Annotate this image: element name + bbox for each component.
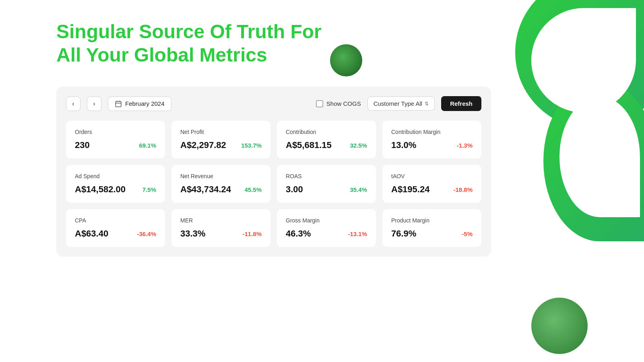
- metrics-grid: Orders23069.1%Net ProfitA$2,297.82153.7%…: [66, 121, 481, 247]
- metric-change: 153.7%: [241, 142, 262, 149]
- metric-label: ROAS: [286, 173, 367, 179]
- metric-row: A$2,297.82153.7%: [180, 140, 262, 150]
- metric-value: A$14,582.00: [75, 184, 126, 195]
- show-cogs-checkbox[interactable]: [316, 100, 323, 107]
- refresh-button[interactable]: Refresh: [441, 96, 481, 111]
- next-month-button[interactable]: ›: [87, 97, 101, 111]
- metric-value: A$195.24: [391, 184, 429, 195]
- metric-row: 23069.1%: [75, 140, 156, 150]
- metric-card: MER33.3%-11.8%: [171, 209, 270, 247]
- metric-row: A$14,582.007.5%: [75, 184, 156, 195]
- hero-title-line1: Singular Source Of Truth For: [56, 21, 322, 42]
- metric-row: A$195.24-18.8%: [391, 184, 473, 195]
- prev-icon: ‹: [72, 100, 74, 107]
- date-picker[interactable]: February 2024: [108, 97, 171, 111]
- metric-value: 46.3%: [286, 228, 311, 239]
- metric-row: A$43,734.2445.5%: [180, 184, 262, 195]
- svg-rect-0: [116, 101, 121, 107]
- metric-card: CPAA$63.40-36.4%: [66, 209, 165, 247]
- metric-row: 3.0035.4%: [286, 184, 367, 195]
- metric-value: 3.00: [286, 184, 303, 195]
- metric-label: Orders: [75, 129, 156, 135]
- metric-value: A$5,681.15: [286, 140, 332, 150]
- metric-change: 7.5%: [142, 186, 156, 193]
- metric-row: 46.3%-13.1%: [286, 228, 367, 239]
- metric-label: CPA: [75, 217, 156, 224]
- metric-row: A$5,681.1532.5%: [286, 140, 367, 150]
- dashboard: ‹ › February 2024 Show COGS Customer: [56, 86, 491, 257]
- metric-value: 33.3%: [180, 228, 205, 239]
- next-icon: ›: [93, 100, 95, 107]
- metric-label: Contribution Margin: [391, 129, 473, 135]
- metric-value: 230: [75, 140, 90, 150]
- calendar-icon: [115, 100, 122, 107]
- toolbar: ‹ › February 2024 Show COGS Customer: [66, 96, 481, 111]
- metric-change: -1.3%: [457, 142, 473, 149]
- metric-label: MER: [180, 217, 262, 224]
- show-cogs-label[interactable]: Show COGS: [316, 100, 361, 107]
- metric-change: 32.5%: [350, 142, 367, 149]
- metric-card: Ad SpendA$14,582.007.5%: [66, 165, 165, 203]
- metric-card: ContributionA$5,681.1532.5%: [277, 121, 376, 158]
- metric-row: 13.0%-1.3%: [391, 140, 473, 150]
- metric-change: -11.8%: [242, 230, 262, 237]
- metric-card: Net RevenueA$43,734.2445.5%: [171, 165, 270, 203]
- prev-month-button[interactable]: ‹: [66, 97, 80, 111]
- metric-change: 45.5%: [244, 186, 262, 193]
- updown-icon: ⇅: [425, 101, 429, 107]
- metric-label: Contribution: [286, 129, 367, 135]
- metric-row: 33.3%-11.8%: [180, 228, 262, 239]
- metric-value: A$63.40: [75, 228, 108, 239]
- metric-card: Net ProfitA$2,297.82153.7%: [171, 121, 270, 158]
- metric-value: A$2,297.82: [180, 140, 226, 150]
- customer-type-select[interactable]: Customer Type All ⇅: [367, 97, 435, 111]
- metric-card: Orders23069.1%: [66, 121, 165, 158]
- deco-circle-bottom-right: [531, 298, 588, 354]
- page-content: Singular Source Of Truth For All Your Gl…: [0, 0, 644, 257]
- metric-change: 35.4%: [350, 186, 367, 193]
- hero-title: Singular Source Of Truth For All Your Gl…: [56, 20, 338, 66]
- metric-label: Net Profit: [180, 129, 262, 135]
- hero-title-line2: All Your Global Metrics: [56, 44, 267, 66]
- metric-label: Ad Spend: [75, 173, 156, 179]
- customer-type-label: Customer Type All: [374, 100, 422, 107]
- show-cogs-text: Show COGS: [326, 100, 361, 107]
- metric-card: Contribution Margin13.0%-1.3%: [382, 121, 481, 158]
- metric-value: 76.9%: [391, 228, 416, 239]
- metric-card: tAOVA$195.24-18.8%: [382, 165, 481, 203]
- metric-value: 13.0%: [391, 140, 416, 150]
- date-label: February 2024: [125, 100, 165, 107]
- metric-card: ROAS3.0035.4%: [277, 165, 376, 203]
- metric-label: Net Revenue: [180, 173, 262, 179]
- metric-change: -5%: [462, 230, 473, 237]
- metric-change: -13.1%: [348, 230, 367, 237]
- metric-label: Product Margin: [391, 217, 473, 224]
- metric-row: A$63.40-36.4%: [75, 228, 156, 239]
- metric-row: 76.9%-5%: [391, 228, 473, 239]
- metric-change: -18.8%: [453, 186, 473, 193]
- metric-change: -36.4%: [137, 230, 156, 237]
- metric-card: Gross Margin46.3%-13.1%: [277, 209, 376, 247]
- metric-value: A$43,734.24: [180, 184, 231, 195]
- metric-label: Gross Margin: [286, 217, 367, 224]
- metric-card: Product Margin76.9%-5%: [382, 209, 481, 247]
- metric-change: 69.1%: [139, 142, 156, 149]
- metric-label: tAOV: [391, 173, 473, 179]
